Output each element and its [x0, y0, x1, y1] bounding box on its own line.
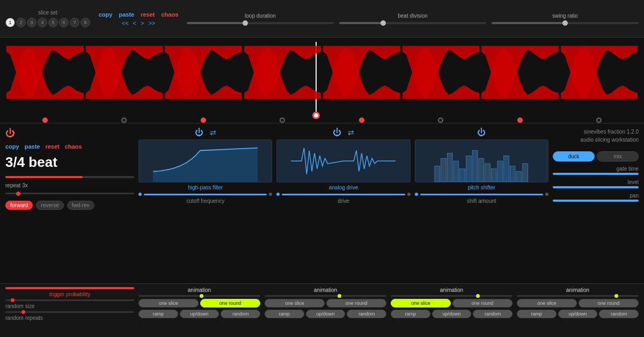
arrow-btn-1[interactable]: < [133, 20, 136, 26]
effect-power-drive[interactable]: ⏻ [333, 128, 341, 137]
anim-mode-btn-0-0[interactable]: ramp [138, 310, 178, 318]
right-panel: sinevibes fraction 1.2.0 audio slicing w… [553, 128, 639, 279]
repeat-slider[interactable] [5, 193, 134, 194]
top-copy-btn[interactable]: copy [99, 11, 113, 18]
beat-division-slider[interactable] [339, 22, 486, 24]
anim-mode-btn-2-2[interactable]: random [473, 310, 513, 318]
dir-btn-fwd-rev[interactable]: fwd-rev [67, 201, 94, 210]
anim-mode-btn-2-1[interactable]: up/down [432, 310, 472, 318]
random-repeats-slider[interactable] [5, 311, 134, 313]
wave-canvas-6[interactable] [481, 43, 559, 102]
loop-duration-slider[interactable] [187, 22, 334, 24]
swing-ratio-slider[interactable] [492, 22, 639, 24]
effect-dot-right-drive [407, 193, 411, 196]
wave-canvas-5[interactable] [402, 43, 480, 102]
effect-slider-pitch[interactable] [420, 194, 543, 195]
slice-dot-0[interactable] [42, 118, 48, 123]
arrow-btn-3[interactable]: >> [148, 20, 155, 26]
anim-slice-btn-0-1[interactable]: one round [200, 299, 260, 307]
effect-swap-drive[interactable]: ⇄ [348, 128, 354, 137]
anim-mode-btn-1-1[interactable]: up/down [306, 310, 346, 318]
level-slider[interactable] [553, 186, 639, 188]
mix-btn[interactable]: mix [597, 151, 639, 162]
anim-mode-btn-1-2[interactable]: random [347, 310, 386, 318]
bottom-row: trigger probability random size random r… [0, 283, 644, 337]
slice-set-section: slice set 12345678 [5, 10, 90, 27]
effect-swap-hpf[interactable]: ⇄ [210, 128, 216, 137]
slice-btn-6[interactable]: 6 [59, 18, 69, 27]
beat-division-section: beat division [339, 13, 486, 24]
random-size-slider[interactable] [5, 299, 134, 301]
top-bar: slice set 12345678 copy paste reset chao… [0, 0, 644, 38]
slice-btn-8[interactable]: 8 [80, 18, 90, 27]
wave-canvas-3[interactable] [244, 43, 321, 102]
gate-time-slider[interactable] [553, 173, 639, 175]
arrow-btn-0[interactable]: << [122, 20, 129, 26]
swing-ratio-section: swing ratio [492, 13, 639, 24]
dir-btn-reverse[interactable]: reverse [36, 201, 63, 210]
effect-power-hpf[interactable]: ⏻ [195, 128, 203, 137]
slice-dot-5[interactable] [438, 118, 443, 123]
svg-rect-18 [447, 153, 452, 182]
anim-slice-btn-2-0[interactable]: one slice [391, 299, 451, 307]
wave-canvas-4[interactable] [323, 43, 400, 102]
anim-slice-btn-1-1[interactable]: one round [326, 299, 386, 307]
arrow-btn-2[interactable]: > [141, 20, 144, 26]
anim-mode-btn-1-0[interactable]: ramp [265, 310, 304, 318]
anim-slice-btn-2-1[interactable]: one round [452, 299, 513, 307]
anim-slice-btn-1-0[interactable]: one slice [265, 299, 325, 307]
anim-mode-btn-3-2[interactable]: random [599, 310, 639, 318]
svg-rect-19 [453, 161, 459, 182]
slice-btn-1[interactable]: 1 [5, 18, 15, 27]
wave-canvas-2[interactable] [165, 43, 242, 102]
anim-mode-btn-3-0[interactable]: ramp [517, 310, 557, 318]
svg-rect-21 [466, 156, 471, 182]
slice-btn-2[interactable]: 2 [16, 18, 26, 27]
anim-slice-btn-0-0[interactable]: one slice [138, 299, 199, 307]
anim-slice-btn-3-0[interactable]: one slice [517, 299, 577, 307]
slice-btn-3[interactable]: 3 [27, 18, 36, 27]
anim-slider-3[interactable] [517, 295, 639, 297]
anim-mode-btn-2-0[interactable]: ramp [391, 310, 430, 318]
dir-btn-forward[interactable]: forward [5, 201, 33, 210]
beat-slider[interactable] [5, 176, 134, 178]
anim-mode-btn-3-1[interactable]: up/down [558, 310, 598, 318]
left-reset-btn[interactable]: reset [45, 143, 59, 150]
wave-canvas-7[interactable] [561, 43, 638, 102]
slice-dot-4[interactable] [359, 118, 364, 123]
effect-slider-hpf[interactable] [144, 194, 267, 195]
left-cp-row: copy paste reset chaos [5, 143, 134, 150]
anim-slider-2[interactable] [391, 295, 513, 297]
duck-btn[interactable]: duck [553, 151, 595, 162]
slice-dot-2[interactable] [201, 118, 206, 123]
effect-dot-left-pitch [415, 193, 418, 196]
left-copy-btn[interactable]: copy [5, 143, 19, 150]
anim-mode-btn-0-2[interactable]: random [221, 310, 260, 318]
slice-btn-5[interactable]: 5 [48, 18, 58, 27]
top-chaos-btn[interactable]: chaos [161, 11, 178, 18]
slice-dot-3[interactable] [280, 118, 285, 123]
anim-slice-btn-3-1[interactable]: one round [579, 299, 639, 307]
anim-mode-btn-0-1[interactable]: up/down [180, 310, 219, 318]
left-paste-btn[interactable]: paste [25, 143, 40, 150]
effect-slider-drive[interactable] [282, 194, 405, 195]
pan-slider[interactable] [553, 200, 639, 202]
top-reset-btn[interactable]: reset [141, 11, 155, 18]
anim-mode-row-3: rampup/downrandom [517, 310, 639, 318]
wave-canvas-1[interactable] [86, 43, 163, 102]
effect-slider-row-drive [276, 193, 410, 196]
left-chaos-btn[interactable]: chaos [65, 143, 82, 150]
effect-power-pitch[interactable]: ⏻ [477, 128, 486, 137]
anim-dot-3 [614, 294, 618, 298]
slice-btn-7[interactable]: 7 [70, 18, 79, 27]
slice-dot-7[interactable] [596, 118, 602, 123]
anim-slider-0[interactable] [138, 295, 260, 297]
slice-dot-6[interactable] [517, 118, 523, 123]
slice-dot-1[interactable] [121, 118, 127, 123]
wave-canvas-0[interactable] [6, 43, 84, 102]
left-power-icon[interactable]: ⏻ [5, 128, 15, 139]
trigger-prob-slider[interactable] [5, 287, 134, 289]
anim-slider-1[interactable] [265, 295, 386, 297]
slice-btn-4[interactable]: 4 [38, 18, 47, 27]
top-paste-btn[interactable]: paste [119, 11, 134, 18]
